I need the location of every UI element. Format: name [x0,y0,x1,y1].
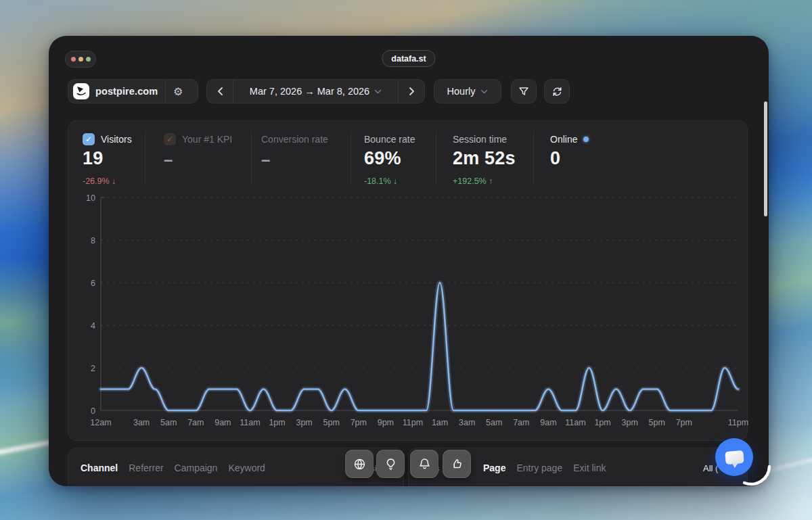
kpi-label: Online [550,134,577,145]
svg-text:7pm: 7pm [676,418,692,427]
kpi-label: Your #1 KPI [182,134,232,145]
kpi-value: 2m 52s [453,148,516,169]
funnel-icon [518,86,529,97]
kpi-value: 19 [83,148,103,169]
date-range-dropdown[interactable]: Mar 7, 2026 → Mar 8, 2026 [233,80,399,103]
kpi-value: 69% [364,148,401,169]
divider [533,131,534,185]
svg-text:9am: 9am [215,418,231,427]
svg-text:11pm: 11pm [728,418,748,427]
url-pill[interactable]: datafa.st [382,50,435,67]
svg-text:6: 6 [91,279,95,288]
divider [436,131,436,185]
svg-text:12am: 12am [90,418,111,427]
svg-text:11am: 11am [240,418,260,427]
site-selector[interactable]: postpire.com ⚙ [68,79,198,103]
chat-widget-button[interactable] [715,438,753,476]
svg-text:4: 4 [91,321,95,331]
minimize-window-button[interactable] [78,57,83,62]
kpi-value: – [164,150,173,169]
bell-icon [418,458,431,471]
window-controls[interactable] [65,51,96,68]
svg-text:7pm: 7pm [351,418,367,427]
kpi-label: Bounce rate [364,134,415,145]
kpi-value: 0 [550,148,560,169]
svg-text:9am: 9am [540,418,556,427]
visitors-checkbox[interactable]: ✓ [83,133,95,145]
prev-date-button[interactable] [207,80,233,103]
svg-text:8: 8 [91,236,95,245]
date-range-control: Mar 7, 2026 → Mar 8, 2026 [206,79,425,103]
all-filter-dropdown[interactable]: All ( [703,463,718,473]
kpi-delta: -26.9% ↓ [83,176,116,186]
svg-text:11am: 11am [565,418,585,427]
svg-text:1am: 1am [432,418,448,427]
tab-keyword[interactable]: Keyword [228,463,265,473]
kpi-label: Session time [453,134,507,145]
kpi-label: Conversion rate [261,134,328,145]
idea-button[interactable] [376,450,405,478]
thumbs-up-icon [451,458,464,471]
divider [351,131,351,185]
settings-gear-icon[interactable]: ⚙ [166,85,190,98]
kpi-checkbox-disabled[interactable]: ✓ [164,133,176,145]
page-tabs: Page Entry page Exit link [483,463,606,473]
site-name: postpire.com [95,86,158,97]
lightbulb-icon [384,458,397,471]
svg-text:7am: 7am [187,418,204,427]
tab-page[interactable]: Page [483,463,505,473]
visitors-line-chart: 024681012am3am5am7am9am11am1pm3pm5pm7pm9… [68,192,748,439]
channel-tabs: Channel Referrer Campaign Keyword [81,463,265,473]
feedback-button[interactable] [443,450,471,478]
refresh-button[interactable] [544,79,570,103]
globe-button[interactable] [345,450,374,478]
window-scrollbar[interactable] [764,101,767,216]
analytics-card: ✓ Visitors 19 -26.9% ↓ ✓ Your #1 KPI – C… [68,120,748,441]
svg-text:0: 0 [91,406,95,416]
refresh-icon [551,86,563,97]
svg-text:5am: 5am [486,418,502,427]
next-date-button[interactable] [399,80,424,103]
svg-text:3am: 3am [459,418,475,427]
kpi-delta: -18.1% ↓ [364,176,397,186]
tab-exit-link[interactable]: Exit link [573,463,606,473]
tab-channel[interactable]: Channel [81,463,118,473]
svg-text:5pm: 5pm [649,418,665,427]
close-window-button[interactable] [71,57,76,62]
svg-text:5am: 5am [160,418,177,427]
svg-text:5pm: 5pm [323,418,340,427]
tab-entry-page[interactable]: Entry page [516,463,562,473]
tab-campaign[interactable]: Campaign [175,463,218,473]
site-favicon [73,83,89,99]
kpi-delta: +192.5% ↑ [453,176,493,186]
svg-text:1pm: 1pm [269,418,285,427]
svg-text:11pm: 11pm [403,418,423,427]
svg-text:7am: 7am [513,418,529,427]
svg-text:1pm: 1pm [594,418,610,427]
svg-text:9pm: 9pm [378,418,394,427]
svg-text:3am: 3am [133,418,150,427]
kpi-value: – [261,150,271,169]
svg-text:3pm: 3pm [621,418,637,427]
granularity-dropdown[interactable]: Hourly [434,79,501,103]
globe-icon [353,458,366,471]
filter-button[interactable] [511,79,537,103]
svg-text:3pm: 3pm [296,418,312,427]
divider [251,131,252,185]
notifications-button[interactable] [410,450,438,478]
svg-text:2: 2 [91,364,95,373]
online-status-dot [583,137,589,142]
chat-bubble-icon [725,450,744,464]
date-range-text: Mar 7, 2026 → Mar 8, 2026 [250,86,369,97]
granularity-value: Hourly [447,86,476,97]
divider [145,131,145,185]
url-text: datafa.st [391,54,426,64]
kpi-label: Visitors [101,134,132,145]
zoom-window-button[interactable] [86,57,91,62]
svg-text:10: 10 [86,193,95,203]
tab-referrer[interactable]: Referrer [129,463,163,473]
app-window: datafa.st postpire.com ⚙ Mar 7, 2026 → M… [49,36,769,486]
